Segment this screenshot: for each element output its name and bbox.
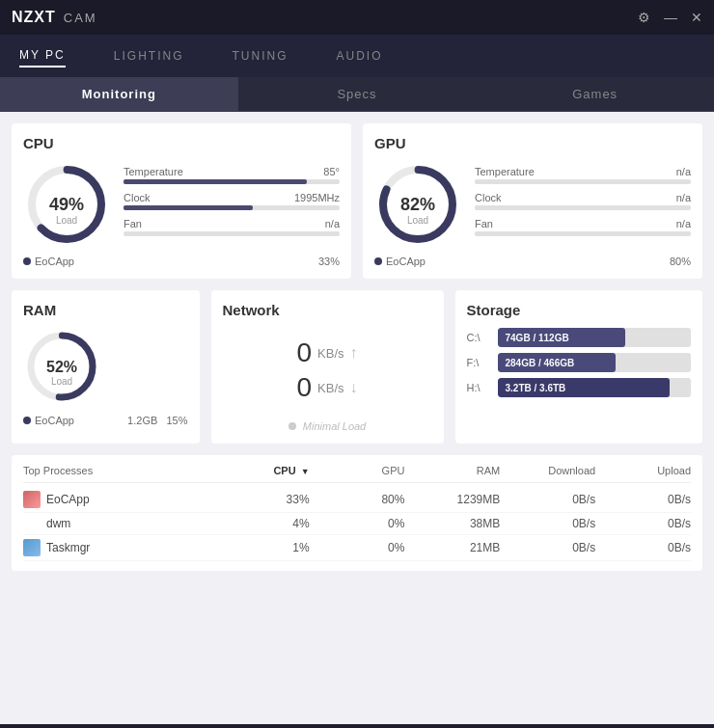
ram-load-label: Load	[46, 376, 77, 387]
network-upload-value: 0	[296, 372, 312, 403]
cpu-process: EoCApp	[35, 256, 74, 267]
download-arrow-icon: ↓	[350, 379, 358, 396]
proc-ram-1: 38MB	[404, 517, 500, 530]
drive-h-label: H:\	[467, 382, 490, 393]
settings-icon[interactable]: ⚙	[638, 10, 650, 25]
nzxt-logo: NZXT	[12, 9, 56, 26]
tab-bar: Monitoring Specs Games	[0, 77, 714, 112]
ram-gauge-text: 52% Load	[46, 359, 77, 387]
close-icon[interactable]: ✕	[691, 10, 702, 25]
nav-item-tuning[interactable]: TUNING	[232, 45, 288, 67]
app-name: CAM	[64, 11, 97, 25]
nav-item-mypc[interactable]: MY PC	[19, 44, 66, 67]
top-cards-row: CPU 49% Load Temperature	[12, 123, 702, 279]
gpu-temp-value: n/a	[676, 166, 691, 177]
proc-cpu-0: 33%	[214, 493, 310, 506]
cpu-clock-value: 1995MHz	[294, 192, 340, 203]
processes-header: Top Processes CPU ▼ GPU RAM Download Upl…	[23, 465, 691, 483]
gpu-process: EoCApp	[386, 256, 426, 267]
cpu-fan-value: n/a	[325, 218, 340, 229]
proc-ul-1: 0B/s	[595, 517, 691, 530]
cpu-percent: 49%	[49, 195, 84, 215]
proc-gpu-0: 80%	[310, 493, 405, 506]
gpu-fan-value: n/a	[676, 218, 691, 229]
gpu-fan-label: Fan	[475, 218, 493, 229]
proc-cpu-2: 1%	[214, 541, 310, 554]
cpu-gauge-row: 49% Load Temperature 85° Clock	[23, 161, 340, 248]
cpu-gauge-text: 49% Load	[49, 195, 84, 226]
cpu-gauge: 49% Load	[23, 161, 110, 248]
drive-c-bar: 74GB / 112GB	[498, 328, 625, 347]
proc-ram-2: 21MB	[404, 541, 500, 554]
proc-cpu-1: 4%	[214, 517, 310, 530]
gpu-clock-value: n/a	[676, 192, 691, 203]
gpu-stats: Temperature n/a Clock n/a	[475, 166, 691, 244]
storage-title: Storage	[467, 302, 692, 318]
proc-name-taskmgr: Taskmgr	[23, 539, 214, 556]
main-content: CPU 49% Load Temperature	[0, 112, 714, 724]
minimize-icon[interactable]: —	[664, 10, 677, 25]
gpu-temp-label: Temperature	[475, 166, 535, 177]
gpu-gauge: 82% Load	[374, 161, 461, 248]
ram-process: EoCApp	[35, 415, 74, 426]
tab-games[interactable]: Games	[476, 77, 714, 111]
gpu-footer: EoCApp 80%	[374, 256, 691, 267]
ram-process-pct: 15%	[166, 415, 187, 426]
upload-arrow-icon: ↑	[350, 344, 358, 362]
network-download-row: 0 KB/s ↑	[223, 337, 432, 368]
proc-col-name: Top Processes	[23, 465, 214, 476]
network-stats: 0 KB/s ↑ 0 KB/s ↓	[223, 328, 432, 413]
network-upload-row: 0 KB/s ↓	[223, 372, 432, 403]
nav-item-lighting[interactable]: LIGHTING	[114, 45, 184, 67]
mid-cards-row: RAM 52% Load EoCApp 1.2GB	[12, 290, 702, 444]
network-status-label: Minimal Load	[303, 420, 366, 432]
storage-drive-h: H:\ 3.2TB / 3.6TB	[467, 378, 692, 397]
title-bar-controls: ⚙ — ✕	[638, 10, 702, 25]
nav-item-audio[interactable]: AUDIO	[336, 45, 382, 67]
network-upload-unit: KB/s	[317, 381, 343, 395]
proc-name-eocapp: EoCApp	[23, 491, 214, 508]
gpu-title: GPU	[374, 135, 691, 151]
network-status: Minimal Load	[223, 420, 432, 432]
gpu-percent: 82%	[400, 195, 435, 215]
proc-ul-2: 0B/s	[595, 541, 691, 554]
cpu-load-label: Load	[49, 215, 84, 226]
tab-specs[interactable]: Specs	[238, 77, 477, 111]
nav-bar: MY PC LIGHTING TUNING AUDIO	[0, 35, 714, 77]
gpu-clock-label: Clock	[475, 192, 502, 203]
tab-monitoring[interactable]: Monitoring	[0, 77, 238, 111]
ram-gauge: 52% Load	[23, 328, 100, 405]
proc-ul-0: 0B/s	[595, 493, 691, 506]
ram-process-gb: 1.2GB	[127, 415, 157, 426]
proc-col-upload: Upload	[595, 465, 691, 476]
gpu-gauge-text: 82% Load	[400, 195, 435, 226]
cpu-title: CPU	[23, 135, 340, 151]
ram-card: RAM 52% Load EoCApp 1.2GB	[12, 290, 200, 444]
cpu-card: CPU 49% Load Temperature	[12, 123, 351, 279]
cpu-fan-label: Fan	[124, 218, 142, 229]
drive-f-value: 284GB / 466GB	[506, 358, 575, 368]
drive-h-value: 3.2TB / 3.6TB	[506, 383, 566, 393]
drive-f-label: F:\	[467, 357, 490, 368]
proc-gpu-1: 0%	[310, 517, 405, 530]
storage-card: Storage C:\ 74GB / 112GB F:\ 284GB / 466…	[455, 290, 703, 444]
drive-h-bar: 3.2TB / 3.6TB	[498, 378, 670, 397]
table-row: EoCApp 33% 80% 1239MB 0B/s 0B/s	[23, 487, 691, 513]
table-row: Taskmgr 1% 0% 21MB 0B/s 0B/s	[23, 535, 691, 561]
drive-c-label: C:\	[467, 332, 490, 343]
title-bar-left: NZXT CAM	[12, 9, 97, 26]
proc-name-label: EoCApp	[46, 493, 90, 506]
gpu-card: GPU 82% Load Temperature	[363, 123, 702, 279]
ram-title: RAM	[23, 302, 188, 318]
proc-icon-eocapp	[23, 491, 41, 508]
proc-name-dwm: dwm	[23, 517, 214, 530]
cpu-temp-value: 85°	[323, 166, 340, 177]
proc-gpu-2: 0%	[310, 541, 405, 554]
storage-drive-c: C:\ 74GB / 112GB	[467, 328, 692, 347]
cpu-clock-label: Clock	[124, 192, 151, 203]
network-title: Network	[223, 302, 432, 318]
ram-percent: 52%	[46, 359, 77, 376]
cpu-stats: Temperature 85° Clock 1995MHz	[124, 166, 340, 244]
gpu-load-label: Load	[400, 215, 435, 226]
drive-f-bar: 284GB / 466GB	[498, 353, 616, 372]
